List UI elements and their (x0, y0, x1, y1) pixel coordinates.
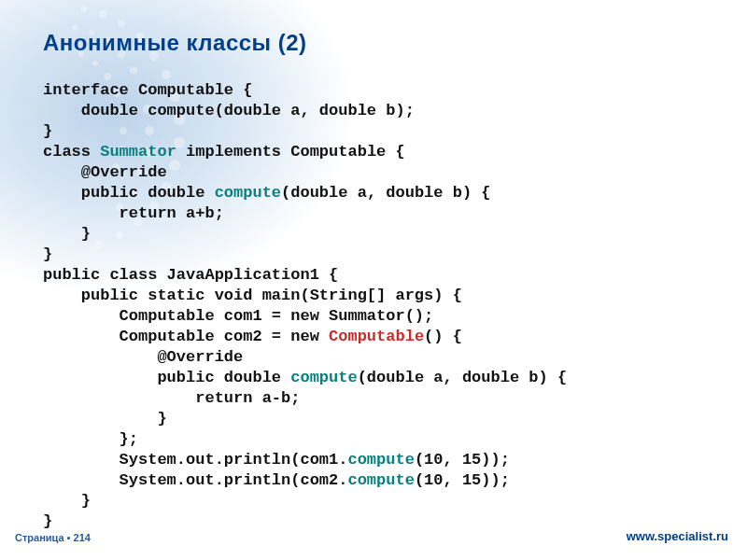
code-line: implements Computable { (176, 143, 405, 161)
slide-title: Анонимные классы (2) (43, 30, 307, 56)
code-line: public class JavaApplication1 { (43, 266, 338, 284)
svg-point-5 (162, 70, 171, 79)
code-line: } (43, 512, 52, 530)
code-line: System.out.println(com1. (43, 451, 347, 469)
code-line: (double a, double b) { (358, 369, 567, 386)
code-line: } (43, 245, 52, 263)
code-line: }; (43, 430, 138, 448)
slide: Анонимные классы (2) interface Computabl… (0, 0, 747, 560)
class-ref: Computable (329, 328, 424, 345)
code-line: (double a, double b) { (281, 184, 490, 202)
code-line: double compute(double a, double b); (43, 102, 415, 119)
svg-point-19 (130, 66, 137, 74)
code-line: (10, 15)); (415, 471, 510, 489)
code-line: () { (424, 328, 462, 345)
svg-point-0 (81, 7, 87, 12)
code-line: Computable com2 = new (43, 328, 329, 345)
code-line: System.out.println(com2. (43, 471, 347, 489)
code-line: public double (43, 369, 290, 386)
code-line: interface Computable { (43, 81, 252, 99)
code-line: } (43, 492, 91, 510)
code-line: @Override (43, 348, 243, 366)
code-line: (10, 15)); (415, 451, 510, 469)
code-line: public double (43, 184, 215, 202)
code-line: } (43, 122, 52, 140)
svg-point-29 (92, 61, 98, 66)
method-call: compute (347, 451, 414, 469)
code-line: @Override (43, 163, 167, 181)
code-line: public static void main(String[] args) { (43, 287, 462, 304)
method-name: compute (290, 369, 357, 386)
code-line: class (43, 143, 100, 161)
svg-point-2 (118, 20, 125, 27)
class-name: Summator (100, 143, 176, 161)
code-line: Computable com1 = new Summator(); (43, 307, 433, 325)
code-line: } (43, 225, 91, 243)
svg-point-1 (99, 10, 106, 18)
code-block: interface Computable { double compute(do… (43, 80, 567, 532)
code-line: return a-b; (43, 389, 300, 407)
code-line: return a+b; (43, 204, 224, 222)
svg-point-30 (104, 73, 111, 80)
site-url: www.specialist.ru (627, 529, 728, 543)
method-name: compute (215, 184, 281, 202)
method-call: compute (347, 471, 414, 489)
page-number: Страница ▪ 214 (15, 532, 91, 543)
code-line: } (43, 410, 167, 427)
